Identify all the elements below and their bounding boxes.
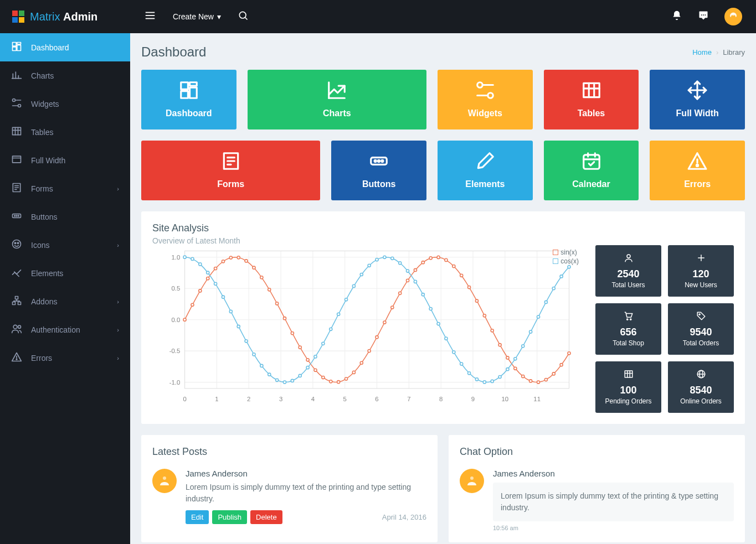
card-subtitle: Overview of Latest Month (152, 236, 734, 245)
svg-point-124 (283, 317, 286, 320)
tile-label: Dashboard (147, 108, 231, 118)
create-new-dropdown[interactable]: Create New▾ (173, 12, 221, 21)
svg-point-119 (245, 260, 248, 262)
tile-buttons[interactable]: Buttons (331, 141, 426, 200)
error-icon (11, 351, 22, 364)
publish-button[interactable]: Publish (212, 510, 247, 524)
sidebar-item-tables[interactable]: Tables (0, 118, 130, 146)
globe-icon (696, 375, 706, 384)
svg-text:0: 0 (183, 396, 186, 402)
svg-point-175 (283, 381, 286, 384)
messages-icon[interactable] (698, 10, 709, 24)
post-date: April 14, 2016 (382, 513, 426, 521)
breadcrumb-home[interactable]: Home (692, 48, 712, 56)
sidebar-item-errors[interactable]: Errors› (0, 344, 130, 372)
stat-label: Total Users (600, 281, 657, 289)
user-avatar[interactable] (724, 8, 742, 25)
calendar-icon (581, 169, 602, 179)
tile-errors[interactable]: Errors (650, 141, 745, 200)
svg-point-152 (498, 344, 501, 346)
sidebar-item-icons[interactable]: Icons› (0, 231, 130, 259)
svg-point-197 (452, 351, 455, 354)
stat-online-orders[interactable]: 8540Online Orders (668, 361, 734, 413)
svg-point-143 (429, 257, 432, 260)
tile-widgets[interactable]: Widgets (438, 70, 533, 129)
svg-point-208 (537, 315, 539, 318)
svg-point-122 (268, 288, 271, 291)
sidebar-item-authentication[interactable]: Authentication› (0, 315, 130, 344)
sidebar-item-label: Icons (31, 241, 49, 250)
svg-point-159 (552, 372, 555, 375)
svg-point-185 (360, 273, 363, 276)
sidebar-item-addons[interactable]: Addons› (0, 287, 130, 315)
form-icon (220, 169, 241, 179)
tile-calnedar[interactable]: Calnedar (544, 141, 639, 200)
stat-total-users[interactable]: 2540Total Users (595, 245, 661, 297)
svg-point-120 (253, 266, 255, 269)
legend-label: sin(x) (560, 248, 577, 256)
tile-charts[interactable]: Charts (248, 70, 426, 129)
svg-text:6: 6 (375, 396, 378, 402)
svg-point-155 (522, 375, 524, 377)
tile-elements[interactable]: Elements (438, 141, 533, 200)
tile-label: Calnedar (549, 179, 634, 189)
search-icon[interactable] (238, 10, 249, 23)
sidebar: DashboardChartsWidgetsTablesFull WidthFo… (0, 33, 130, 544)
sidebar-item-dashboard[interactable]: Dashboard (0, 33, 130, 61)
svg-text:7: 7 (407, 396, 410, 402)
tile-forms[interactable]: Forms (141, 141, 320, 200)
chevron-right-icon: › (716, 48, 718, 56)
svg-point-128 (314, 369, 317, 371)
edit-button[interactable]: Edit (186, 510, 209, 524)
svg-point-44 (18, 325, 21, 328)
sidebar-item-forms[interactable]: Forms› (0, 174, 130, 203)
sidebar-item-label: Elements (31, 269, 63, 278)
chart-line-icon (326, 99, 347, 108)
svg-point-156 (529, 380, 532, 382)
sidebar-item-widgets[interactable]: Widgets (0, 90, 130, 118)
stat-total-shop[interactable]: 656Total Shop (595, 303, 661, 355)
svg-point-161 (568, 352, 570, 355)
stat-label: Pending Orders (600, 397, 657, 405)
delete-button[interactable]: Delete (250, 510, 282, 524)
svg-rect-48 (189, 82, 197, 86)
svg-point-202 (491, 380, 493, 382)
svg-point-131 (337, 381, 340, 384)
svg-point-194 (429, 307, 432, 310)
sidebar-item-charts[interactable]: Charts (0, 61, 130, 90)
menu-toggle-icon[interactable] (144, 9, 156, 24)
svg-point-210 (552, 287, 555, 289)
notifications-icon[interactable] (671, 10, 682, 24)
svg-point-160 (560, 364, 563, 366)
sidebar-item-buttons[interactable]: Buttons (0, 203, 130, 231)
chart-area: -1.0-0.50.00.51.001234567891011 sin(x)co… (152, 245, 584, 413)
svg-rect-49 (189, 87, 197, 98)
tile-full-width[interactable]: Full Width (650, 70, 745, 129)
sidebar-item-label: Tables (31, 128, 53, 137)
svg-point-176 (291, 379, 294, 382)
svg-rect-6 (13, 43, 17, 46)
svg-point-144 (437, 256, 440, 258)
svg-point-113 (199, 289, 202, 292)
svg-point-174 (276, 379, 279, 381)
sidebar-item-full-width[interactable]: Full Width (0, 146, 130, 174)
stat-total-orders[interactable]: 9540Total Orders (668, 303, 734, 355)
stat-new-users[interactable]: 120New Users (668, 245, 734, 297)
site-analysis-card: Site Analysis Overview of Latest Month -… (141, 211, 745, 424)
svg-point-67 (378, 160, 380, 162)
page-content: Dashboard Home › Library DashboardCharts… (130, 33, 756, 544)
svg-point-127 (306, 359, 309, 361)
tile-tables[interactable]: Tables (544, 70, 639, 129)
element-icon (11, 267, 22, 279)
svg-point-141 (414, 268, 416, 271)
stats-grid: 2540Total Users120New Users656Total Shop… (595, 245, 734, 413)
svg-point-191 (406, 270, 409, 272)
table-icon (581, 99, 602, 108)
sidebar-item-label: Charts (31, 71, 54, 80)
logo[interactable]: Matrix Admin (0, 11, 130, 23)
sidebar-item-elements[interactable]: Elements (0, 259, 130, 287)
stat-pending-orders[interactable]: 100Pending Orders (595, 361, 661, 413)
svg-point-34 (17, 242, 19, 244)
tile-dashboard[interactable]: Dashboard (141, 70, 236, 129)
tile-row-1: DashboardChartsWidgetsTablesFull Width (141, 70, 745, 129)
